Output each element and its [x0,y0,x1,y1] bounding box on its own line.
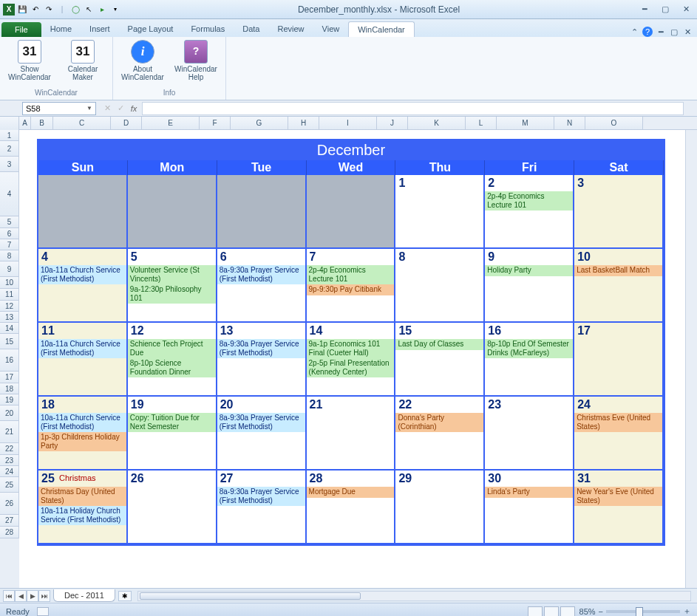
normal-view-icon[interactable] [528,606,543,617]
calendar-cell-14[interactable]: 149a-1p Economics 101 Final (Cueter Hall… [307,323,396,397]
ribbon-tab-insert[interactable]: Insert [81,21,119,37]
calendar-cell-21[interactable]: 21 [307,397,396,470]
workbook-restore-icon[interactable]: ▢ [669,27,679,37]
run-icon[interactable]: ▸ [96,4,108,16]
zoom-control[interactable]: 85% − ＋ [579,606,691,616]
column-header-E[interactable]: E [142,117,200,130]
calendar-event[interactable]: 9a-1p Economics 101 Final (Cueter Hall) [307,339,395,358]
formula-input[interactable] [142,102,684,115]
calendar-event[interactable]: Christmas Eve (United States) [574,413,662,432]
qat-customize-icon[interactable]: ▾ [109,4,121,16]
minimize-button[interactable]: ━ [636,4,653,16]
row-header-15[interactable]: 15 [0,334,19,349]
calendar-event[interactable]: Christmas Day (United States) [38,487,126,506]
calendar-event[interactable]: New Year's Eve (United States) [574,487,662,506]
ribbon-tab-data[interactable]: Data [234,21,268,37]
calendar-cell-20[interactable]: 208a-9:30a Prayer Service (First Methodi… [217,397,307,470]
horizontal-scrollbar[interactable] [137,591,691,601]
calendar-event[interactable]: 2p-4p Economics Lecture 101 [307,265,395,284]
calendar-event[interactable]: Donna's Party (Corinthian) [395,413,483,432]
cursor-icon[interactable]: ↖ [83,4,95,16]
tab-nav-next-icon[interactable]: ▶ [27,590,38,602]
help-icon[interactable]: ? [642,27,653,37]
row-header-3[interactable]: 3 [0,157,19,172]
row-header-20[interactable]: 20 [0,405,19,421]
save-icon[interactable]: 💾 [16,4,28,16]
column-header-L[interactable]: L [466,117,497,130]
column-header-G[interactable]: G [231,117,288,130]
page-layout-view-icon[interactable] [544,606,559,617]
row-header-2[interactable]: 2 [0,141,19,157]
row-header-21[interactable]: 21 [0,421,19,443]
ribbon-tab-page-layout[interactable]: Page Layout [119,21,183,37]
calendar-cell-4[interactable]: 410a-11a Church Service (First Methodist… [38,249,128,323]
calendar-event[interactable]: 10a-11a Church Service (First Methodist) [38,265,126,284]
row-header-26[interactable]: 26 [0,493,19,515]
tab-nav-last-icon[interactable]: ⏭ [38,590,50,602]
calendar-cell-blank[interactable] [217,175,307,249]
calendar-cell-2[interactable]: 22p-4p Economics Lecture 101 [485,175,574,249]
calendar-cell-29[interactable]: 29 [395,470,485,544]
sheet-area[interactable]: December SunMonTueWedThuFriSat 122p-4p E… [19,130,685,588]
row-header-27[interactable]: 27 [0,515,19,527]
worksheet-grid[interactable]: 1234567891011121314151617181920212223242… [0,130,697,588]
insert-function-button[interactable]: fx [127,104,140,113]
wincalendar-help-button[interactable]: ?WinCalendar Help [174,40,218,81]
column-header-A[interactable]: A [19,117,31,130]
calendar-cell-3[interactable]: 3 [574,175,664,249]
row-header-28[interactable]: 28 [0,527,19,538]
column-header-I[interactable]: I [319,117,377,130]
column-header-D[interactable]: D [111,117,142,130]
row-header-25[interactable]: 25 [0,477,19,493]
calendar-cell-blank[interactable] [307,175,396,249]
close-button[interactable]: ✕ [678,4,694,16]
calendar-event[interactable]: 1p-3p Childrens Holiday Party [38,432,126,451]
calendar-cell-13[interactable]: 138a-9:30a Prayer Service (First Methodi… [217,323,307,397]
zoom-slider[interactable] [606,610,680,613]
cancel-formula-icon[interactable]: ✕ [101,103,114,113]
workbook-close-icon[interactable]: ✕ [682,27,693,37]
calendar-event[interactable]: Last BasketBall Match [574,265,662,276]
calendar-event[interactable]: Holiday Party [485,265,573,276]
macro-record-icon[interactable] [37,607,49,616]
select-all-button[interactable] [0,117,19,130]
zoom-in-icon[interactable]: ＋ [683,606,691,616]
calendar-cell-22[interactable]: 22Donna's Party (Corinthian) [395,397,485,470]
row-header-18[interactable]: 18 [0,383,19,394]
open-icon[interactable]: ◯ [69,4,81,16]
row-header-1[interactable]: 1 [0,130,19,141]
ribbon-tab-wincalendar[interactable]: WinCalendar [348,21,415,37]
maximize-button[interactable]: ▢ [657,4,673,16]
name-box[interactable]: S58 ▼ [22,102,96,115]
calendar-event[interactable]: 10a-11a Church Service (First Methodist) [38,339,126,358]
column-header-F[interactable]: F [200,117,231,130]
column-header-B[interactable]: B [31,117,53,130]
row-header-19[interactable]: 19 [0,394,19,405]
new-sheet-icon[interactable]: ✱ [118,591,132,601]
name-box-dropdown-icon[interactable]: ▼ [86,105,92,112]
calendar-event[interactable]: 9p-9:30p Pay Citibank [307,284,395,295]
calendar-cell-6[interactable]: 68a-9:30a Prayer Service (First Methodis… [217,249,307,323]
calendar-cell-5[interactable]: 5Volunteer Service (St Vincents)9a-12:30… [128,249,217,323]
column-header-O[interactable]: O [585,117,643,130]
calendar-event[interactable]: 8a-9:30a Prayer Service (First Methodist… [217,339,305,358]
calendar-cell-9[interactable]: 9Holiday Party [485,249,574,323]
calendar-cell-19[interactable]: 19Copy: Tuition Due for Next Semester [128,397,217,470]
calendar-cell-blank[interactable] [128,175,217,249]
calendar-event[interactable]: 8a-9:30a Prayer Service (First Methodist… [217,413,305,432]
calendar-event[interactable]: Last Day of Classes [395,339,483,350]
row-header-23[interactable]: 23 [0,455,19,466]
enter-formula-icon[interactable]: ✓ [114,103,127,113]
calendar-cell-10[interactable]: 10Last BasketBall Match [574,249,664,323]
calendar-cell-17[interactable]: 17 [574,323,664,397]
vertical-scrollbar[interactable] [685,130,697,588]
row-header-13[interactable]: 13 [0,312,19,323]
column-header-K[interactable]: K [408,117,466,130]
row-header-10[interactable]: 10 [0,277,19,289]
ribbon-tab-review[interactable]: Review [268,21,313,37]
ribbon-tab-view[interactable]: View [313,21,349,37]
column-header-H[interactable]: H [288,117,319,130]
calendar-cell-15[interactable]: 15Last Day of Classes [395,323,485,397]
calendar-cell-1[interactable]: 1 [395,175,485,249]
calendar-cell-26[interactable]: 26 [128,470,217,544]
